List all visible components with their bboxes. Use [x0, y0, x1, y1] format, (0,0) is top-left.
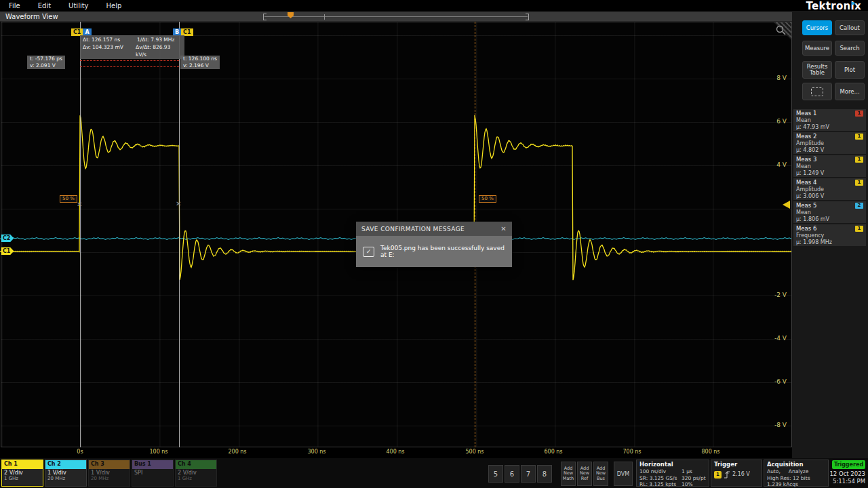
- meas-source-tag: 1: [855, 226, 863, 232]
- more-button[interactable]: More...: [835, 83, 865, 100]
- date-label: 12 Oct 2023: [829, 470, 865, 478]
- add-new-ref-button[interactable]: Add New Ref: [577, 462, 592, 486]
- slot-button-8[interactable]: 8: [537, 465, 552, 483]
- trigger-level-arrow[interactable]: [783, 201, 790, 209]
- plot-button[interactable]: Plot: [835, 61, 865, 79]
- meas-value: μ: 1.249 V: [796, 170, 863, 177]
- bus1-badge[interactable]: Bus 1 SPI: [132, 460, 174, 487]
- meas-name: Meas 1: [796, 110, 816, 117]
- callout-button[interactable]: Callout: [835, 20, 865, 35]
- add-new-bus-button[interactable]: Add New Bus: [593, 462, 608, 486]
- cursor-delta-readout: Δt: 126.157 ns1/Δt: 7.93 MHz Δv: 104.323…: [80, 35, 184, 59]
- menu-file[interactable]: File: [0, 1, 29, 10]
- menu-bar: File Edit Utility Help: [0, 0, 868, 11]
- meas-name: Meas 4: [796, 179, 816, 186]
- channel4-badge[interactable]: Ch 4 2 V/div 1 GHz: [175, 460, 217, 487]
- add-new-math-button[interactable]: Add New Math: [561, 462, 576, 486]
- meas-value: μ: 47.93 mV: [796, 124, 863, 131]
- time-label: 5:11:54 PM: [833, 478, 865, 485]
- trigger-badge[interactable]: Trigger 1 2.16 V: [711, 460, 762, 487]
- measurement-badge-2[interactable]: Meas 21 Amplitude μ: 4.802 V: [793, 132, 866, 154]
- search-button[interactable]: Search: [835, 41, 865, 56]
- y-axis-label: 8 V: [761, 75, 787, 81]
- h-duration: 1 μs: [682, 468, 692, 475]
- dvm-button[interactable]: DVM: [614, 462, 633, 486]
- dialog-body: ✓ Tek005.png has been successfully saved…: [356, 236, 512, 267]
- draw-zoom-box-button[interactable]: [802, 83, 832, 100]
- meas-name: Meas 3: [796, 156, 816, 163]
- x-axis-label: 700 ns: [623, 449, 641, 455]
- slot-button-6[interactable]: 6: [505, 465, 519, 483]
- trigger-50pct-badge-right[interactable]: 50 %: [479, 195, 496, 203]
- measurement-badge-5[interactable]: Meas 52 Mean μ: 1.806 mV: [793, 201, 866, 223]
- channel-bandwidth: 1 GHz: [2, 476, 43, 481]
- dialog-titlebar[interactable]: SAVE CONFIRMATION MESSAGE ✕: [356, 222, 512, 236]
- measure-button[interactable]: Measure: [802, 41, 832, 56]
- slider-right-bracket[interactable]: [526, 14, 529, 20]
- x-axis-label: 300 ns: [307, 449, 326, 455]
- acq-mode: Auto,: [767, 468, 781, 475]
- meas-type: Mean: [796, 117, 863, 124]
- h-position: 10%: [682, 481, 693, 488]
- measurement-badge-3[interactable]: Meas 31 Mean μ: 1.249 V: [793, 155, 866, 177]
- acquisition-badge[interactable]: Acquisition Auto,Analyze High Res: 12 bi…: [764, 460, 829, 487]
- x-axis-label: 100 ns: [149, 449, 167, 455]
- channel-scale: 1 V/div: [45, 469, 86, 476]
- channel-scale: 2 V/div: [2, 469, 43, 476]
- meas-source-tag: 1: [855, 180, 863, 186]
- trigger-status-badge: Triggered: [832, 460, 865, 469]
- bus-label: Bus 1: [132, 460, 173, 469]
- cursors-button[interactable]: Cursors: [802, 20, 832, 35]
- channel1-badge[interactable]: Ch 1 2 V/div 1 GHz: [1, 460, 43, 487]
- horizontal-badge[interactable]: Horizontal 100 ns/div1 μs SR: 3.125 GS/s…: [636, 460, 709, 487]
- cursor-a-line[interactable]: [80, 22, 81, 447]
- acq-resolution: High Res: 12 bits: [767, 475, 825, 482]
- measurement-badge-1[interactable]: Meas 11 Mean μ: 47.93 mV: [793, 109, 866, 131]
- channel-bandwidth: 1 GHz: [176, 476, 216, 481]
- save-check-icon: ✓: [363, 247, 374, 257]
- x-axis-label: 500 ns: [465, 449, 484, 455]
- zoom-box-icon: [811, 87, 823, 96]
- cursor-b-volt: v: 2.196 V: [183, 62, 217, 69]
- logo-accent: [852, 2, 854, 5]
- delta-t: Δt: 126.157 ns: [83, 36, 137, 43]
- acq-count: 1.239 kAcqs: [767, 481, 825, 488]
- menu-edit[interactable]: Edit: [29, 1, 60, 10]
- bus-type: SPI: [132, 469, 173, 476]
- meas-source-tag: 2: [855, 203, 863, 209]
- slot-button-7[interactable]: 7: [521, 465, 536, 483]
- cursor-b-line[interactable]: [179, 22, 180, 447]
- meas-source-tag: 1: [855, 110, 863, 117]
- channel-bandwidth: 20 MHz: [45, 476, 86, 481]
- x-axis-label: 400 ns: [386, 449, 404, 455]
- dialog-close-icon[interactable]: ✕: [500, 225, 507, 232]
- dialog-message: Tek005.png has been successfully saved a…: [380, 245, 505, 258]
- meas-value: μ: 4.802 V: [796, 147, 863, 154]
- menu-utility[interactable]: Utility: [60, 1, 97, 10]
- meas-type: Amplitude: [796, 186, 863, 193]
- y-axis-label: 6 V: [761, 118, 787, 125]
- x-axis-label: 200 ns: [228, 449, 246, 455]
- slider-left-bracket[interactable]: [263, 14, 267, 20]
- cursor-v-link-line-a: [80, 60, 179, 61]
- cursor-a-readout: t: -57.176 ps v: 2.091 V: [27, 56, 65, 69]
- horizontal-title: Horizontal: [639, 461, 706, 468]
- results-table-button[interactable]: Results Table: [802, 61, 832, 79]
- horizontal-position-slider[interactable]: [264, 16, 528, 17]
- channel2-badge[interactable]: Ch 2 1 V/div 20 MHz: [45, 460, 87, 487]
- channel-scale: 1 V/div: [89, 469, 130, 476]
- measurement-badge-4[interactable]: Meas 41 Amplitude μ: 3.006 V: [793, 178, 866, 200]
- trigger-title: Trigger: [714, 461, 759, 468]
- slot-button-5[interactable]: 5: [488, 465, 503, 483]
- channel3-badge[interactable]: Ch 3 1 V/div 20 MHz: [88, 460, 130, 487]
- meas-source-tag: 1: [855, 157, 863, 163]
- trigger-50pct-badge-left[interactable]: 50 %: [60, 195, 77, 203]
- cursor-a-volt: v: 2.091 V: [30, 62, 62, 69]
- channel-label: Ch 3: [89, 460, 130, 469]
- cursor-b-time: t: 126.100 ns: [183, 56, 217, 62]
- meas-type: Frequency: [796, 232, 863, 239]
- meas-type: Mean: [796, 209, 863, 216]
- menu-help[interactable]: Help: [98, 1, 131, 10]
- channel-label: Ch 4: [176, 460, 216, 469]
- measurement-badge-6[interactable]: Meas 61 Frequency μ: 1.998 MHz: [793, 224, 866, 246]
